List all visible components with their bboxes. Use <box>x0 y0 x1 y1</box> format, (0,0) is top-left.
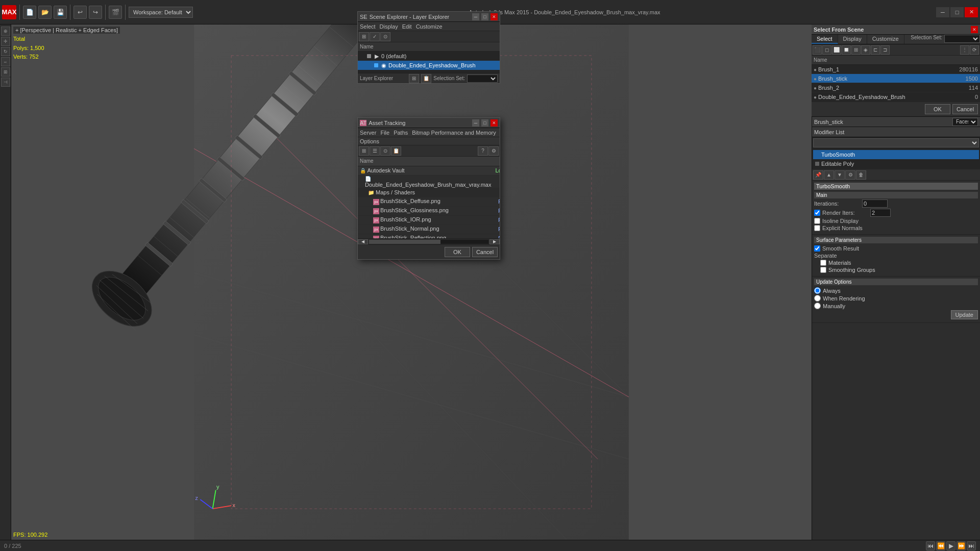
sfs-tab-display[interactable]: Display <box>838 35 867 44</box>
at-menu-server[interactable]: Server <box>360 130 376 136</box>
at-row-reflection[interactable]: pxBrushStick_Reflection.png Found <box>358 234 500 238</box>
at-menu-file[interactable]: File <box>380 130 389 136</box>
sfs-tool-4[interactable]: 🔲 <box>842 45 851 55</box>
at-minimize-btn[interactable]: ─ <box>472 119 479 127</box>
isoline-checkbox[interactable] <box>814 218 820 224</box>
sfs-tool-2[interactable]: ◻ <box>822 45 831 55</box>
at-tool-2[interactable]: ☰ <box>370 146 380 156</box>
move-btn[interactable]: ✛ <box>1 37 10 46</box>
at-help-btn[interactable]: ? <box>478 146 488 156</box>
sfs-tool-5[interactable]: ⊞ <box>851 45 861 55</box>
at-row-normal[interactable]: pxBrushStick_Normal.png Found <box>358 224 500 234</box>
sfs-cancel-btn[interactable]: Cancel <box>952 104 978 114</box>
se-maximize-btn[interactable]: □ <box>481 13 488 20</box>
at-row-ior[interactable]: pxBrushStick_IOR.png Found <box>358 215 500 224</box>
sfs-tool-3[interactable]: ⬜ <box>832 45 841 55</box>
redo-btn[interactable]: ↪ <box>89 6 102 19</box>
sfs-row-double-ended[interactable]: ● Double_Ended_Eyeshadow_Brush 0 <box>812 92 980 102</box>
at-menu-bitmap[interactable]: Bitmap Performance and Memory <box>412 130 496 136</box>
at-scroll-right[interactable]: ▶ <box>489 239 500 244</box>
rotate-btn[interactable]: ↻ <box>1 47 10 56</box>
minimize-btn[interactable]: ─ <box>936 7 949 17</box>
at-row-diffuse[interactable]: pxBrushStick_Deffuse.png Found <box>358 197 500 206</box>
select-obj-btn[interactable]: ⊕ <box>1 27 10 36</box>
at-menu-paths[interactable]: Paths <box>394 130 408 136</box>
workspace-dropdown[interactable]: Workspace: Default <box>129 7 193 18</box>
se-close-btn[interactable]: ✕ <box>491 13 498 20</box>
timeline-end-btn[interactable]: ⏭ <box>967 541 976 550</box>
timeline-prev-btn[interactable]: ⏪ <box>936 541 945 550</box>
iterations-input[interactable] <box>862 199 888 208</box>
at-tool-3[interactable]: ⊙ <box>380 146 390 156</box>
smooth-result-checkbox[interactable] <box>814 245 820 252</box>
snap-btn[interactable]: ⊞ <box>1 67 10 77</box>
scale-btn[interactable]: ⟖ <box>1 57 10 66</box>
undo-btn[interactable]: ↩ <box>74 6 87 19</box>
mod-delete-btn[interactable]: 🗑 <box>856 170 866 180</box>
se-layer-brush[interactable]: ◉ Double_Ended_Eyeshadow_Brush <box>358 61 500 70</box>
se-minimize-btn[interactable]: ─ <box>472 13 479 20</box>
explicit-normals-checkbox[interactable] <box>814 225 820 231</box>
timeline-next-btn[interactable]: ⏩ <box>957 541 966 550</box>
close-btn[interactable]: ✕ <box>965 7 978 17</box>
modifier-list-dropdown[interactable] <box>813 138 979 147</box>
sfs-tool-8[interactable]: ⊐ <box>880 45 890 55</box>
sfs-ok-btn[interactable]: OK <box>925 104 950 114</box>
at-cancel-btn[interactable]: Cancel <box>472 247 498 257</box>
at-row-maps[interactable]: 📁 Maps / Shaders <box>358 188 500 197</box>
turbosmooth-modifier[interactable]: TurboSmooth <box>813 150 979 159</box>
mod-configure-btn[interactable]: ⚙ <box>845 170 855 180</box>
se-menu-select[interactable]: Select <box>360 23 376 30</box>
render-iters-input[interactable] <box>870 209 891 217</box>
mirror-btn[interactable]: ⊣ <box>1 78 10 87</box>
open-file-btn[interactable]: 📂 <box>38 6 52 19</box>
timeline-start-btn[interactable]: ⏮ <box>926 541 935 550</box>
at-scroll-left[interactable]: ◀ <box>358 239 368 244</box>
se-layer-default[interactable]: ▶ 0 (default) <box>358 52 500 61</box>
maximize-btn[interactable]: □ <box>950 7 964 17</box>
always-radio[interactable] <box>814 287 821 294</box>
at-row-maxfile[interactable]: 📄 Double_Ended_Eyeshadow_Brush_max_vray.… <box>358 175 500 188</box>
new-file-btn[interactable]: 📄 <box>23 6 36 19</box>
save-file-btn[interactable]: 💾 <box>54 6 67 19</box>
se-tool-1[interactable]: ⊞ <box>359 32 369 41</box>
sfs-refresh-btn[interactable]: ⟳ <box>970 45 979 55</box>
smoothing-groups-checkbox[interactable] <box>820 267 826 273</box>
update-btn[interactable]: Update <box>951 310 978 319</box>
at-maximize-btn[interactable]: □ <box>481 119 488 127</box>
editable-poly-modifier[interactable]: Editable Poly <box>813 159 979 168</box>
sfs-row-brush2[interactable]: ● Brush_2 114 <box>812 83 980 92</box>
at-menu-options[interactable]: Options <box>360 138 379 144</box>
viewport[interactable]: + [Perspective | Realistic + Edged Faces… <box>11 24 812 540</box>
se-bottom-btn1[interactable]: ⊞ <box>409 74 419 83</box>
sfs-tool-1[interactable]: ⬛ <box>813 45 822 55</box>
sfs-close-btn[interactable]: ✕ <box>971 26 978 33</box>
sfs-options-btn[interactable]: ⋮ <box>960 45 969 55</box>
at-tool-1[interactable]: ⊞ <box>359 146 369 156</box>
when-rendering-radio[interactable] <box>814 295 821 302</box>
at-close-btn[interactable]: ✕ <box>491 119 498 127</box>
timeline-play-btn[interactable]: ▶ <box>946 541 955 550</box>
sfs-tool-6[interactable]: ◈ <box>861 45 870 55</box>
render-setup-btn[interactable]: 🎬 <box>109 6 122 19</box>
sfs-tool-7[interactable]: ⊏ <box>871 45 880 55</box>
at-row-glossiness[interactable]: pxBrushStick_Glossiness.png Found <box>358 206 500 215</box>
at-options-btn[interactable]: ⚙ <box>488 146 499 156</box>
render-iters-checkbox[interactable] <box>814 210 820 216</box>
se-bottom-btn2[interactable]: 📋 <box>421 74 431 83</box>
sfs-row-brushstick[interactable]: ● Brush_stick 1500 <box>812 74 980 83</box>
se-menu-edit[interactable]: Edit <box>402 23 412 30</box>
materials-checkbox[interactable] <box>820 260 826 266</box>
sfs-tab-customize[interactable]: Customize <box>867 35 904 44</box>
se-menu-customize[interactable]: Customize <box>416 23 443 30</box>
sfs-row-brush1[interactable]: ● Brush_1 280116 <box>812 65 980 74</box>
se-menu-display[interactable]: Display <box>380 23 398 30</box>
sfs-tab-select[interactable]: Select <box>812 35 838 44</box>
se-tool-2[interactable]: ✓ <box>370 32 380 41</box>
selection-set-dropdown[interactable] <box>944 35 980 43</box>
mod-down-btn[interactable]: ▼ <box>835 170 845 180</box>
at-tool-4[interactable]: 📋 <box>391 146 401 156</box>
mod-up-btn[interactable]: ▲ <box>824 170 834 180</box>
at-scrollbar[interactable]: ◀ ▶ <box>358 238 500 244</box>
manually-radio[interactable] <box>814 303 821 309</box>
